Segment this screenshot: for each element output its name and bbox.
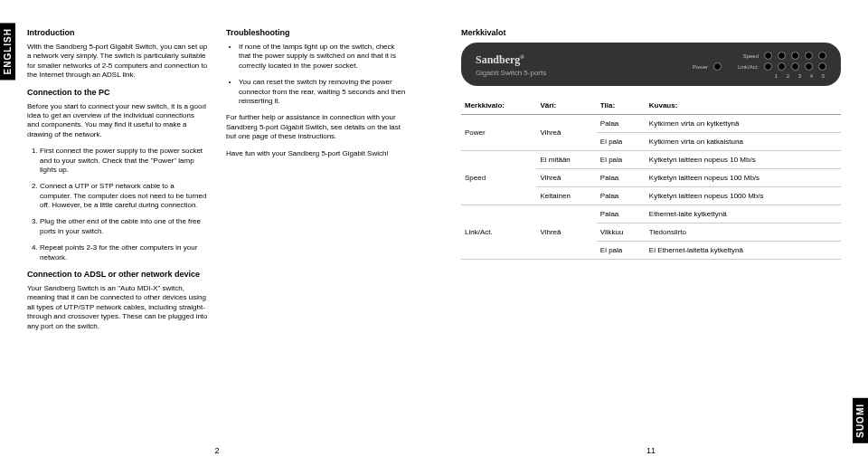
device-brand: Sandberg® [476,53,546,67]
speed-led-1 [764,52,772,60]
table-row: Link/Act. Vihreä Palaa Ethernet-laite ky… [461,205,841,223]
port-num-4: 4 [808,73,815,79]
step-2: Connect a UTP or STP network cable to a … [40,182,208,210]
cell: Ei pala [597,133,646,151]
power-led [713,62,722,71]
device-leds: Speed Power Link/Act: [686,52,826,79]
cell: Ei pala [597,151,646,169]
troubleshooting-column: Troubleshooting If none of the lamps lig… [226,23,407,338]
port-num-5: 5 [820,73,826,79]
linkact-led-5 [818,62,826,71]
speed-led-4 [805,52,813,60]
cell: Palaa [597,115,646,133]
troubleshooting-list: If none of the lamps light up on the swi… [226,43,407,106]
cell-linkact-color: Vihreä [536,205,596,260]
registered-icon: ® [520,54,524,60]
hdr-vari: Väri: [536,97,596,115]
cell: Kytketyn laitteen nopeus 1000 Mb/s [646,187,841,205]
linkact-led-1 [764,62,772,71]
cell: Ei pala [597,242,646,260]
linkact-led-label: Link/Act: [738,64,759,70]
step-4: Repeat points 2-3 for the other computer… [40,243,208,262]
device-model: Gigabit Switch 5-ports [476,69,546,77]
english-side-tab: ENGLISH [0,23,15,80]
intro-column: Introduction With the Sandberg 5-port Gi… [27,23,208,338]
intro-text: With the Sandberg 5-port Gigabit Switch,… [27,43,208,81]
linkact-led-4 [805,62,813,71]
linkact-led-3 [791,62,799,71]
table-row: Power Vihreä Palaa Kytkimen virta on kyt… [461,115,841,133]
cell: Ei Ethernet-laitetta kytkettynä [646,242,841,260]
connection-adsl-heading: Connection to ADSL or other network devi… [27,270,208,279]
hdr-merkkivalo: Merkkivalo: [461,97,536,115]
cell-linkact: Link/Act. [461,205,536,260]
cell: Keltainen [536,187,596,205]
cell: Ei mitään [536,151,596,169]
table-header-row: Merkkivalo: Väri: Tila: Kuvaus: [461,97,841,115]
cell: Kytketyn laitteen nopeus 10 Mb/s [646,151,841,169]
hdr-tila: Tila: [597,97,646,115]
cell: Kytkimen virta on kytkettynä [646,115,841,133]
cell-power: Power [461,115,536,151]
brand-text: Sandberg [476,53,520,66]
device-illustration: Sandberg® Gigabit Switch 5-ports Speed [461,43,841,86]
further-help-text: For further help or assistance in connec… [226,113,407,141]
speed-led-label: Speed [743,53,759,59]
cell: Palaa [597,169,646,187]
cell: Vilkkuu [597,223,646,242]
troubleshoot-1: If none of the lamps light up on the swi… [239,43,407,71]
cell: Kytkimen virta on katkaistuna [646,133,841,151]
connection-adsl-text: Your Sandberg Switch is an "Auto MDI-X" … [27,284,208,331]
port-num-2: 2 [785,73,791,79]
cell: Tiedonsiirto [646,223,841,242]
port-num-1: 1 [773,73,779,79]
cell: Kytketyn laitteen nopeus 100 Mb/s [646,169,841,187]
table-row: Speed Ei mitään Ei pala Kytketyn laittee… [461,151,841,169]
cell: Ethernet-laite kytkettynä [646,205,841,223]
introduction-heading: Introduction [27,28,208,37]
speed-led-5 [818,52,826,60]
cell: Palaa [597,187,646,205]
speed-led-2 [778,52,786,60]
troubleshooting-heading: Troubleshooting [226,28,407,37]
suomi-side-tab: SUOMI [853,398,868,443]
led-spec-table: Merkkivalo: Väri: Tila: Kuvaus: Power Vi… [461,97,841,260]
cell-power-color: Vihreä [536,115,596,151]
linkact-led-2 [778,62,786,71]
step-1: First connect the power supply to the po… [40,147,208,175]
cell-speed: Speed [461,151,536,205]
page-number-left: 2 [214,446,219,455]
hdr-kuvaus: Kuvaus: [646,97,841,115]
connection-pc-text: Before you start to connect your new swi… [27,102,208,140]
step-3: Plug the other end of the cable into one… [40,217,208,236]
page-number-right: 11 [646,446,656,455]
merkkivalot-heading: Merkkivalot [461,28,841,37]
cell: Palaa [597,205,646,223]
connection-steps-list: First connect the power supply to the po… [27,147,208,262]
troubleshoot-2: You can reset the switch by removing the… [239,78,407,106]
have-fun-text: Have fun with your Sandberg 5-port Gigab… [226,149,407,158]
speed-led-3 [791,52,799,60]
cell: Vihreä [536,169,596,187]
port-num-3: 3 [797,73,803,79]
connection-pc-heading: Connection to the PC [27,88,208,97]
power-led-label: Power [693,64,708,70]
